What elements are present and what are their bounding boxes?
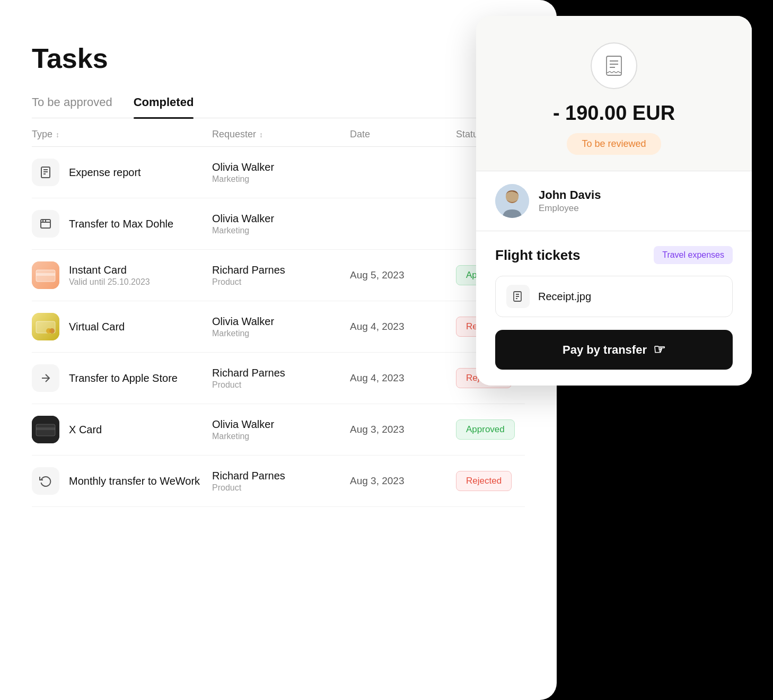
table-row[interactable]: Transfer to Apple Store Richard Parnes P… (32, 353, 525, 404)
table-row[interactable]: X Card Olivia Walker Marketing Aug 3, 20… (32, 404, 525, 456)
detail-status: To be reviewed (567, 133, 661, 155)
table-row[interactable]: Expense report Olivia Walker Marketing (32, 147, 525, 198)
row-requester-cell: Olivia Walker Marketing (212, 418, 350, 441)
row-date-cell: Aug 5, 2023 (350, 269, 456, 281)
table-header: Type ↕ Requester ↕ Date Status (32, 118, 525, 147)
pay-by-transfer-button[interactable]: Pay by transfer ☞ (495, 330, 733, 370)
tasks-panel: Tasks To be approved Completed Type ↕ Re… (0, 0, 557, 700)
row-requester-cell: Olivia Walker Marketing (212, 161, 350, 184)
svg-rect-18 (36, 427, 55, 430)
row-type-name: Virtual Card (69, 321, 125, 333)
receipt-filename: Receipt.jpg (538, 291, 591, 303)
user-role: Employee (539, 203, 601, 214)
item-title: Flight tickets (495, 247, 580, 264)
instant-card-icon (32, 261, 59, 289)
row-type-cell: Expense report (32, 159, 212, 186)
hand-cursor-icon: ☞ (653, 342, 665, 358)
card-top: - 190.00 EUR To be reviewed (476, 16, 752, 171)
row-requester-cell: Richard Parnes Product (212, 470, 350, 493)
card-user-section: John Davis Employee (476, 171, 752, 231)
row-type-name: Instant Card (69, 264, 150, 276)
row-date-cell: Aug 3, 2023 (350, 424, 456, 435)
row-requester-cell: Richard Parnes Product (212, 367, 350, 390)
detail-amount: - 190.00 EUR (553, 102, 675, 125)
row-type-cell: X Card (32, 416, 212, 443)
monthly-icon (32, 467, 59, 495)
row-requester-cell: Olivia Walker Marketing (212, 316, 350, 338)
tab-to-be-approved[interactable]: To be approved (32, 95, 112, 118)
expense-icon (32, 159, 59, 186)
table-row[interactable]: Virtual Card Olivia Walker Marketing Aug… (32, 301, 525, 353)
row-date-cell: Aug 3, 2023 (350, 475, 456, 487)
header-requester[interactable]: Requester ↕ (212, 129, 350, 140)
category-badge: Travel expenses (654, 246, 733, 264)
receipt-file-icon (506, 285, 530, 308)
user-info: John Davis Employee (539, 188, 601, 214)
row-type-name: Monthly transfer to WeWork (69, 475, 200, 487)
status-badge: Rejected (456, 471, 512, 491)
row-type-name: X Card (69, 424, 102, 436)
tab-completed[interactable]: Completed (134, 95, 194, 118)
virtual-card-icon (32, 313, 59, 340)
header-type[interactable]: Type ↕ (32, 129, 212, 140)
x-card-icon (32, 416, 59, 443)
transfer-arrow-icon (32, 364, 59, 392)
receipt-file[interactable]: Receipt.jpg (495, 276, 733, 317)
status-badge: Approved (456, 419, 515, 440)
row-type-name: Transfer to Max Dohle (69, 218, 173, 230)
row-type-name: Transfer to Apple Store (69, 372, 178, 384)
row-date-cell: Aug 4, 2023 (350, 321, 456, 332)
row-requester-cell: Richard Parnes Product (212, 264, 350, 287)
row-type-cell: Transfer to Max Dohle (32, 210, 212, 238)
svg-rect-10 (36, 273, 55, 276)
svg-point-14 (46, 328, 51, 334)
row-requester-cell: Olivia Walker Marketing (212, 213, 350, 235)
card-body: Flight tickets Travel expenses Receipt.j… (476, 231, 752, 386)
page-title: Tasks (32, 42, 525, 74)
row-type-cell: Monthly transfer to WeWork (32, 467, 212, 495)
avatar (495, 184, 529, 218)
row-type-sub: Valid until 25.10.2023 (69, 277, 150, 287)
row-type-name: Expense report (69, 167, 141, 179)
transfer-icon (32, 210, 59, 238)
row-type-cell: Virtual Card (32, 313, 212, 340)
row-status-cell: Approved (456, 419, 541, 440)
row-type-cell: Instant Card Valid until 25.10.2023 (32, 261, 212, 289)
table-row[interactable]: Instant Card Valid until 25.10.2023 Rich… (32, 250, 525, 301)
row-type-cell: Transfer to Apple Store (32, 364, 212, 392)
user-name: John Davis (539, 188, 601, 202)
tabs-container: To be approved Completed (32, 95, 525, 118)
header-date: Date (350, 129, 456, 140)
row-date-cell: Aug 4, 2023 (350, 372, 456, 384)
detail-card: - 190.00 EUR To be reviewed John Davis E… (476, 16, 752, 386)
table-row[interactable]: Monthly transfer to WeWork Richard Parne… (32, 456, 525, 507)
sort-type-icon: ↕ (56, 130, 59, 139)
pay-button-label: Pay by transfer (563, 343, 647, 357)
table-row[interactable]: Transfer to Max Dohle Olivia Walker Mark… (32, 198, 525, 250)
receipt-icon-circle (591, 42, 637, 89)
row-status-cell: Rejected (456, 471, 541, 491)
sort-requester-icon: ↕ (259, 130, 263, 139)
card-body-header: Flight tickets Travel expenses (495, 246, 733, 264)
